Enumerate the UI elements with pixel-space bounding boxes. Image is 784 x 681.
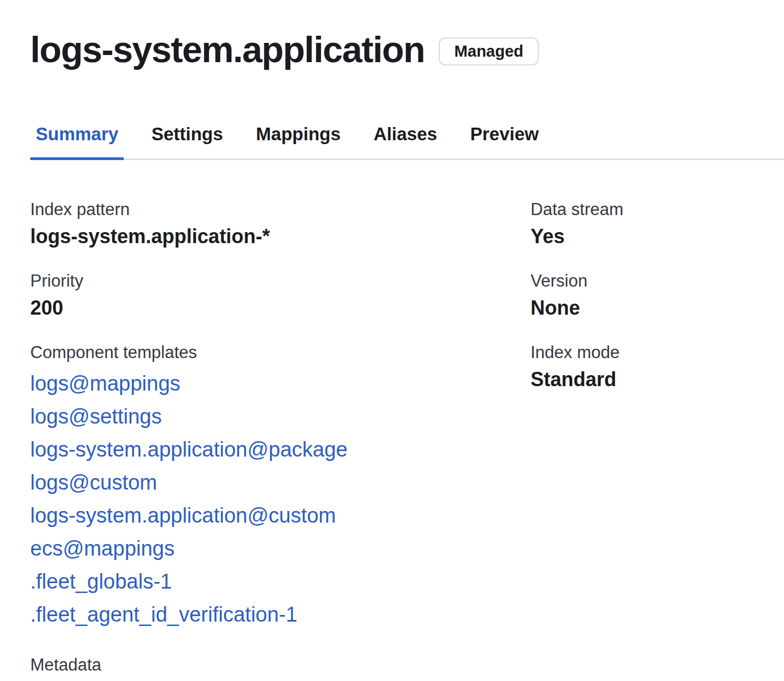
tab-settings[interactable]: Settings bbox=[146, 123, 228, 160]
summary-group: Index patternlogs-system.application-* bbox=[30, 199, 531, 249]
component-template-link[interactable]: logs@mappings bbox=[30, 367, 180, 400]
field-value: Standard bbox=[531, 367, 784, 392]
summary-group: VersionNone bbox=[531, 270, 784, 321]
field-label: Data stream bbox=[531, 199, 784, 221]
tab-summary[interactable]: Summary bbox=[30, 123, 124, 160]
summary-group: Index modeStandard bbox=[531, 342, 784, 392]
summary-column-right: Data streamYesVersionNoneIndex modeStand… bbox=[531, 199, 784, 652]
header: logs-system.application Managed bbox=[30, 29, 784, 70]
metadata-label: Metadata bbox=[30, 654, 784, 676]
tab-preview[interactable]: Preview bbox=[465, 123, 544, 160]
component-template-link[interactable]: logs@custom bbox=[30, 466, 157, 499]
field-value: None bbox=[531, 295, 784, 321]
summary-group: Data streamYes bbox=[531, 199, 784, 249]
component-template-link[interactable]: logs@settings bbox=[30, 400, 162, 433]
summary-content: Index patternlogs-system.application-*Pr… bbox=[30, 199, 784, 652]
component-template-link[interactable]: logs-system.application@package bbox=[30, 433, 347, 466]
managed-badge: Managed bbox=[439, 37, 539, 65]
component-template-link[interactable]: logs-system.application@custom bbox=[30, 499, 336, 532]
tabs: SummarySettingsMappingsAliasesPreview bbox=[30, 123, 784, 160]
component-template-links: logs@mappingslogs@settingslogs-system.ap… bbox=[30, 367, 531, 631]
field-label: Index pattern bbox=[30, 199, 531, 221]
field-label: Priority bbox=[30, 270, 531, 292]
summary-group: Priority200 bbox=[30, 270, 531, 321]
field-label: Component templates bbox=[30, 342, 531, 364]
field-label: Version bbox=[531, 270, 784, 292]
field-value: 200 bbox=[30, 295, 531, 321]
component-template-link[interactable]: ecs@mappings bbox=[30, 532, 174, 565]
tab-mappings[interactable]: Mappings bbox=[251, 123, 346, 160]
field-value: logs-system.application-* bbox=[30, 224, 531, 249]
field-label: Index mode bbox=[531, 342, 784, 364]
tab-aliases[interactable]: Aliases bbox=[368, 123, 443, 160]
component-template-link[interactable]: .fleet_globals-1 bbox=[30, 565, 172, 598]
summary-group: Component templateslogs@mappingslogs@set… bbox=[30, 342, 531, 631]
template-details-panel: logs-system.application Managed SummaryS… bbox=[0, 0, 784, 681]
metadata-section: Metadata bbox=[30, 654, 784, 681]
summary-column-left: Index patternlogs-system.application-*Pr… bbox=[30, 199, 531, 652]
component-template-link[interactable]: .fleet_agent_id_verification-1 bbox=[30, 598, 297, 631]
page-title: logs-system.application bbox=[30, 29, 424, 70]
field-value: Yes bbox=[531, 224, 784, 249]
